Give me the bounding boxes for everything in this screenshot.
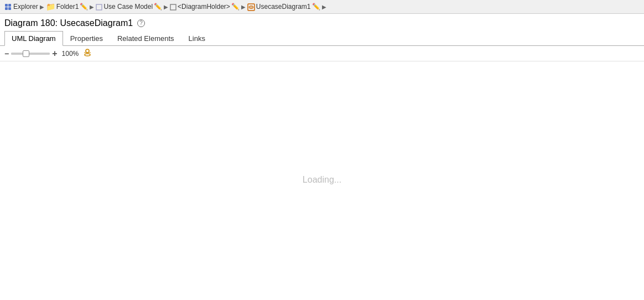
- svg-rect-4: [96, 4, 102, 10]
- svg-rect-3: [8, 7, 11, 10]
- svg-rect-1: [8, 4, 11, 7]
- breadcrumb-folder1-label: Folder1: [56, 3, 79, 11]
- edit-icon-usecase-diagram1[interactable]: ✏️: [312, 3, 320, 11]
- page-header: Diagram 180: UsecaseDiagram1 ?: [0, 14, 644, 30]
- breadcrumb-arrow-4: ▶: [241, 4, 246, 10]
- help-icon[interactable]: ?: [137, 19, 145, 27]
- tab-uml-diagram[interactable]: UML Diagram: [4, 31, 63, 46]
- breadcrumb-usecase-model-label: Use Case Model: [103, 3, 153, 11]
- breadcrumb-item-folder1[interactable]: 📁 Folder1: [46, 2, 79, 11]
- svg-rect-2: [5, 7, 8, 10]
- breadcrumb-arrow-1: ▶: [40, 4, 44, 10]
- svg-point-11: [85, 54, 90, 56]
- zoom-slider-track: [11, 53, 50, 55]
- edit-icon-folder1[interactable]: ✏️: [80, 3, 88, 11]
- breadcrumb-item-usecase-diagram1[interactable]: UsecaseDiagram1: [247, 2, 311, 11]
- tab-links[interactable]: Links: [181, 31, 212, 46]
- folder-icon: 📁: [46, 2, 55, 11]
- svg-rect-5: [170, 4, 176, 10]
- diagram-holder-icon: [170, 2, 176, 11]
- breadcrumb-item-diagram-holder[interactable]: <DiagramHolder>: [170, 2, 230, 11]
- zoom-slider-container: − +: [4, 49, 58, 58]
- zoom-percent-label: 100%: [62, 50, 79, 58]
- fit-diagram-icon[interactable]: [83, 48, 92, 59]
- zoom-slider[interactable]: [11, 53, 50, 55]
- breadcrumb-arrow-3: ▶: [164, 4, 168, 10]
- zoom-minus-button[interactable]: −: [4, 50, 9, 58]
- toolbar: − + 100%: [0, 46, 644, 61]
- breadcrumb-item-explorer[interactable]: Explorer: [4, 2, 38, 11]
- edit-icon-diagram-holder[interactable]: ✏️: [231, 3, 240, 11]
- tab-properties[interactable]: Properties: [63, 31, 110, 46]
- svg-point-9: [86, 49, 89, 53]
- breadcrumb: Explorer ▶ 📁 Folder1 ✏️ ▶ Use Case Model…: [0, 0, 644, 14]
- breadcrumb-explorer-label: Explorer: [13, 3, 38, 11]
- breadcrumb-usecase-diagram1-label: UsecaseDiagram1: [256, 3, 311, 11]
- breadcrumb-arrow-2: ▶: [90, 4, 94, 10]
- usecase-diagram-icon: [247, 2, 255, 11]
- breadcrumb-arrow-5: ▶: [322, 4, 326, 10]
- model-icon: [96, 2, 102, 11]
- zoom-plus-button[interactable]: +: [52, 49, 57, 58]
- svg-rect-0: [5, 4, 8, 7]
- zoom-slider-thumb[interactable]: [23, 50, 29, 57]
- explorer-icon: [4, 2, 12, 11]
- canvas-area: Loading...: [0, 61, 644, 298]
- loading-text: Loading...: [303, 175, 341, 185]
- edit-icon-use-case-model[interactable]: ✏️: [154, 3, 162, 11]
- breadcrumb-diagram-holder-label: <DiagramHolder>: [178, 3, 230, 11]
- tabs-bar: UML Diagram Properties Related Elements …: [0, 30, 644, 46]
- page-title: Diagram 180: UsecaseDiagram1: [4, 18, 133, 28]
- tab-related-elements[interactable]: Related Elements: [110, 31, 181, 46]
- breadcrumb-item-use-case-model[interactable]: Use Case Model: [96, 2, 153, 11]
